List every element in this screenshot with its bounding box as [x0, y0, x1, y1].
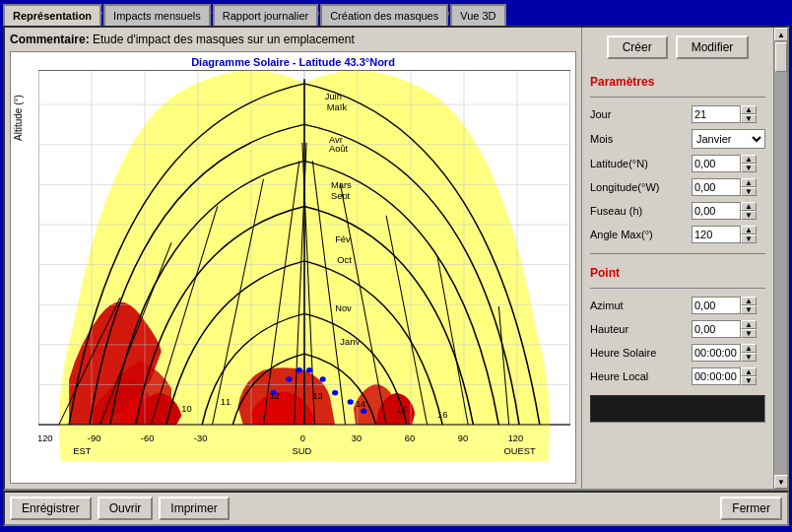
mois-select[interactable]: Janvier Février Mars Avril Mai Juin Juil… [692, 129, 765, 149]
ouvrir-button[interactable]: Ouvrir [98, 497, 154, 520]
scroll-track [774, 41, 787, 475]
svg-text:15: 15 [396, 406, 406, 415]
angle-max-up[interactable]: ▲ [741, 226, 757, 234]
longitude-input[interactable] [692, 178, 741, 196]
fermer-button[interactable]: Fermer [720, 497, 782, 520]
chart-title: Diagramme Solaire - Latitude 43.3°Nord [11, 54, 575, 70]
heure-local-label: Heure Local [590, 370, 692, 382]
fuseau-row: Fuseau (h) ▲ ▼ [590, 202, 765, 220]
hauteur-down[interactable]: ▼ [741, 329, 757, 338]
svg-point-44 [361, 408, 366, 414]
scroll-thumb[interactable] [775, 42, 787, 72]
bottom-right: Fermer [720, 497, 782, 520]
heure-solaire-label: Heure Solaire [590, 347, 692, 359]
heure-solaire-down[interactable]: ▼ [741, 353, 757, 362]
fuseau-down[interactable]: ▼ [741, 211, 757, 220]
azimut-up[interactable]: ▲ [741, 297, 757, 305]
svg-text:EST: EST [73, 446, 92, 455]
azimut-label: Azimut [590, 299, 692, 311]
commentaire-label: Commentaire: [10, 33, 90, 46]
jour-spinner: ▲ ▼ [741, 105, 757, 123]
svg-text:30: 30 [352, 433, 362, 442]
svg-text:60: 60 [405, 433, 415, 442]
imprimer-button[interactable]: Imprimer [159, 497, 229, 520]
svg-point-39 [297, 367, 302, 373]
scroll-down-btn[interactable]: ▼ [774, 475, 788, 489]
hauteur-up[interactable]: ▲ [741, 320, 757, 329]
tab-vue-3d[interactable]: Vue 3D [450, 4, 505, 26]
svg-text:-120: -120 [38, 433, 53, 442]
svg-text:Nov: Nov [335, 303, 352, 312]
longitude-down[interactable]: ▼ [741, 187, 757, 196]
tab-rapport-journalier[interactable]: Rapport journalier [213, 4, 318, 26]
chart-container: Diagramme Solaire - Latitude 43.3°Nord A… [10, 51, 576, 484]
hauteur-input-group: ▲ ▼ [692, 320, 765, 338]
azimut-row: Azimut ▲ ▼ [590, 297, 765, 314]
bottom-bar: Enrégistrer Ouvrir Imprimer Fermer [3, 491, 789, 526]
fuseau-input-group: ▲ ▼ [692, 202, 765, 220]
heure-local-spinner: ▲ ▼ [741, 367, 757, 385]
create-button[interactable]: Créer [607, 35, 668, 59]
heure-solaire-row: Heure Solaire ▲ ▼ [590, 344, 765, 362]
color-box [590, 395, 765, 423]
angle-max-spinner: ▲ ▼ [741, 226, 757, 243]
divider-1 [590, 97, 765, 98]
angle-max-input-group: ▲ ▼ [692, 226, 765, 243]
svg-text:Maïk: Maïk [327, 102, 348, 111]
svg-text:Mars: Mars [331, 181, 352, 190]
svg-point-43 [348, 399, 354, 405]
svg-text:12: 12 [270, 392, 280, 401]
longitude-input-group: ▲ ▼ [692, 178, 765, 196]
tab-creation-masques[interactable]: Création des masques [320, 4, 448, 26]
svg-text:0: 0 [300, 433, 305, 442]
divider-2 [590, 253, 765, 254]
chart-panel: Commentaire: Etude d'impact des masques … [5, 28, 581, 489]
svg-text:13: 13 [312, 392, 322, 401]
svg-text:Fév: Fév [335, 235, 351, 244]
svg-text:Juin: Juin [325, 92, 342, 100]
commentaire-bar: Commentaire: Etude d'impact des masques … [10, 33, 576, 46]
fuseau-spinner: ▲ ▼ [741, 202, 757, 220]
modify-button[interactable]: Modifier [676, 35, 750, 59]
hauteur-label: Hauteur [590, 323, 692, 335]
jour-input[interactable] [692, 105, 741, 123]
svg-text:-60: -60 [141, 433, 155, 442]
svg-text:Avr: Avr [329, 135, 343, 144]
right-panel: Créer Modifier Paramètres Jour ▲ ▼ Mois … [581, 28, 773, 489]
svg-text:10: 10 [181, 405, 191, 414]
tab-representation[interactable]: Représentation [3, 4, 101, 26]
svg-text:OUEST: OUEST [504, 446, 537, 455]
latitude-down[interactable]: ▼ [741, 164, 757, 172]
heure-local-input[interactable] [692, 367, 741, 385]
tab-impacts-mensuels[interactable]: Impacts mensuels [103, 4, 211, 26]
heure-local-row: Heure Local ▲ ▼ [590, 367, 765, 385]
fuseau-up[interactable]: ▲ [741, 202, 757, 211]
azimut-input[interactable] [692, 297, 741, 314]
angle-max-label: Angle Max(°) [590, 229, 692, 240]
heure-solaire-input[interactable] [692, 344, 741, 362]
hauteur-input[interactable] [692, 320, 741, 338]
main-content: Commentaire: Etude d'impact des masques … [3, 26, 789, 491]
jour-down[interactable]: ▼ [741, 114, 757, 123]
jour-up[interactable]: ▲ [741, 105, 757, 114]
hauteur-spinner: ▲ ▼ [741, 320, 757, 338]
point-title: Point [590, 266, 765, 280]
svg-text:11: 11 [221, 397, 231, 406]
heure-local-down[interactable]: ▼ [741, 376, 757, 385]
svg-text:16: 16 [437, 410, 447, 419]
svg-text:14: 14 [356, 399, 365, 408]
heure-local-up[interactable]: ▲ [741, 367, 757, 376]
fuseau-input[interactable] [692, 202, 741, 220]
angle-max-input[interactable] [692, 226, 741, 243]
longitude-row: Longitude(°W) ▲ ▼ [590, 178, 765, 196]
heure-solaire-up[interactable]: ▲ [741, 344, 757, 353]
longitude-up[interactable]: ▲ [741, 178, 757, 187]
latitude-up[interactable]: ▲ [741, 155, 757, 164]
angle-max-down[interactable]: ▼ [741, 234, 757, 243]
scroll-up-btn[interactable]: ▲ [774, 28, 788, 41]
enregistrer-button[interactable]: Enrégistrer [10, 497, 92, 520]
azimut-down[interactable]: ▼ [741, 305, 757, 314]
scrollbar: ▲ ▼ [773, 28, 787, 489]
angle-max-row: Angle Max(°) ▲ ▼ [590, 226, 765, 243]
latitude-input[interactable] [692, 155, 741, 172]
